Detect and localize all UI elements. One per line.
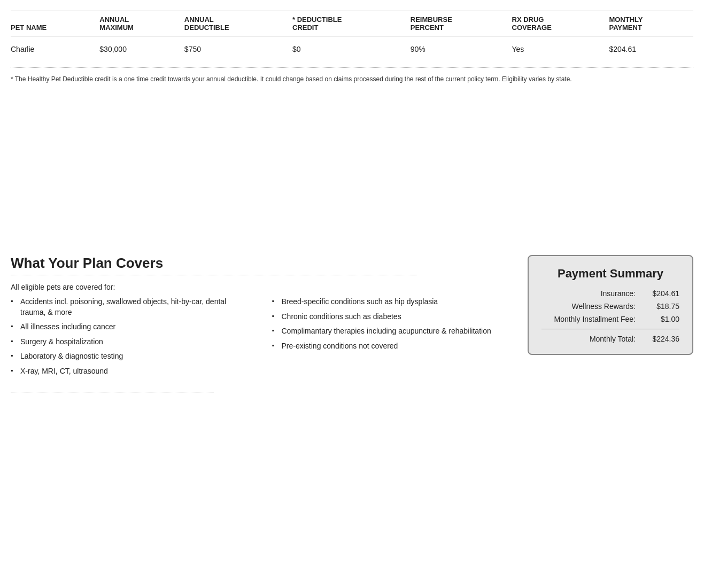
list-item: Surgery & hospitalization — [11, 337, 251, 347]
covers-left-col: Accidents incl. poisoning, swallowed obj… — [11, 297, 251, 381]
col-header-rx-drug-coverage: RX DRUG COVERAGE — [512, 11, 609, 36]
col-header-monthly-payment: MONTHLY PAYMENT — [609, 11, 693, 36]
list-item: Accidents incl. poisoning, swallowed obj… — [11, 297, 251, 318]
payment-summary-title: Payment Summary — [541, 267, 679, 281]
cell-rx-drug-coverage: Yes — [512, 36, 609, 63]
payment-installment-value: $1.00 — [642, 315, 679, 323]
payment-summary-card: Payment Summary Insurance: $204.61 Welln… — [528, 255, 693, 355]
covers-bottom-divider — [11, 392, 214, 392]
covers-title: What Your Plan Covers — [11, 255, 512, 272]
cell-reimburse-percent: 90% — [411, 36, 512, 63]
policy-table: PET NAME ANNUAL MAXIMUM ANNUAL DEDUCTIBL… — [11, 11, 693, 62]
table-row: Charlie $30,000 $750 $0 90% Yes $204.61 — [11, 36, 693, 63]
list-item: Complimantary therapies including acupun… — [272, 326, 512, 337]
payment-insurance-label: Insurance: — [541, 289, 636, 298]
payment-wellness-value: $18.75 — [642, 302, 679, 311]
payment-insurance-value: $204.61 — [642, 289, 679, 298]
bottom-section: What Your Plan Covers All eligible pets … — [0, 255, 704, 403]
covers-right-list: Breed-specific conditions such as hip dy… — [272, 297, 512, 351]
payment-total-label: Monthly Total: — [541, 335, 636, 343]
list-item: All illnesses including cancer — [11, 322, 251, 332]
list-item: Chronic conditions such as diabetes — [272, 312, 512, 322]
covers-right-col: Breed-specific conditions such as hip dy… — [272, 297, 512, 381]
list-item: Pre-existing conditions not covered — [272, 341, 512, 352]
col-header-annual-maximum: ANNUAL MAXIMUM — [99, 11, 184, 36]
cell-annual-deductible: $750 — [184, 36, 292, 63]
covers-left-list: Accidents incl. poisoning, swallowed obj… — [11, 297, 251, 377]
cell-deductible-credit: $0 — [292, 36, 411, 63]
covers-title-divider — [11, 275, 417, 275]
col-header-annual-deductible: ANNUAL DEDUCTIBLE — [184, 11, 292, 36]
table-header-row: PET NAME ANNUAL MAXIMUM ANNUAL DEDUCTIBL… — [11, 11, 693, 36]
main-container: PET NAME ANNUAL MAXIMUM ANNUAL DEDUCTIBL… — [0, 0, 704, 84]
col-header-pet-name: PET NAME — [11, 11, 99, 36]
payment-row-wellness: Wellness Rewards: $18.75 — [541, 302, 679, 311]
list-item: Breed-specific conditions such as hip dy… — [272, 297, 512, 307]
covers-intro: All eligible pets are covered for: — [11, 283, 512, 291]
cell-pet-name: Charlie — [11, 36, 99, 63]
list-item: X-ray, MRI, CT, ultrasound — [11, 366, 251, 377]
cell-annual-maximum: $30,000 — [99, 36, 184, 63]
table-divider — [11, 67, 693, 68]
payment-total-value: $224.36 — [642, 335, 679, 343]
covers-section: What Your Plan Covers All eligible pets … — [11, 255, 528, 392]
covers-columns: Accidents incl. poisoning, swallowed obj… — [11, 297, 512, 381]
footnote-text: * The Healthy Pet Deductible credit is a… — [11, 74, 599, 84]
cell-monthly-payment: $204.61 — [609, 36, 693, 63]
payment-installment-label: Monthly Installment Fee: — [541, 315, 636, 323]
payment-wellness-label: Wellness Rewards: — [541, 302, 636, 311]
col-header-deductible-credit: * DEDUCTIBLE CREDIT — [292, 11, 411, 36]
payment-row-installment: Monthly Installment Fee: $1.00 — [541, 315, 679, 323]
list-item: Laboratory & diagnostic testing — [11, 351, 251, 362]
payment-divider — [541, 329, 679, 329]
col-header-reimburse-percent: REIMBURSE PERCENT — [411, 11, 512, 36]
payment-total-row: Monthly Total: $224.36 — [541, 335, 679, 343]
payment-row-insurance: Insurance: $204.61 — [541, 289, 679, 298]
